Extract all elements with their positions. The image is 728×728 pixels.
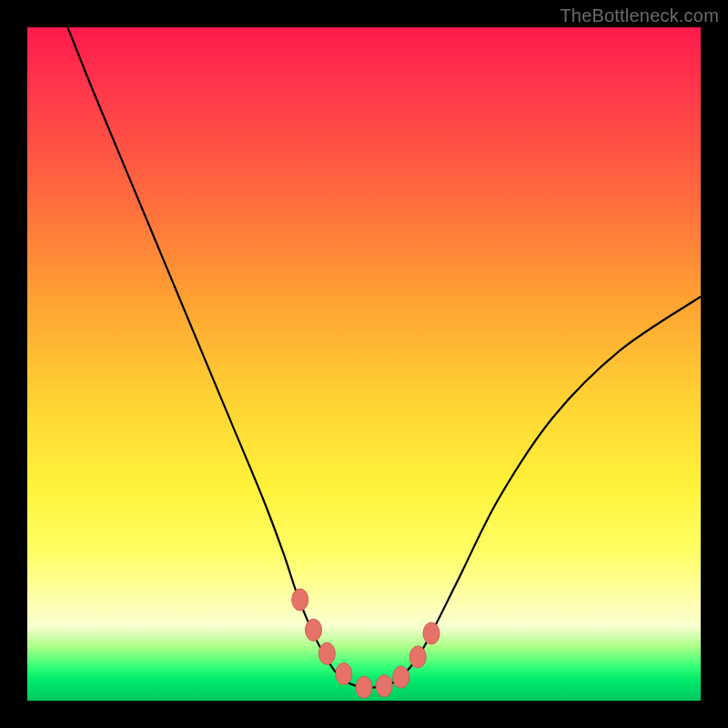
plot-area xyxy=(27,27,701,701)
watermark-text: TheBottleneck.com xyxy=(560,5,719,26)
curve-marker xyxy=(292,589,308,611)
curve-marker xyxy=(318,642,335,664)
curve-marker xyxy=(410,646,426,668)
curve-marker xyxy=(393,666,410,688)
curve-marker xyxy=(356,676,372,698)
chart-frame: TheBottleneck.com xyxy=(0,0,728,728)
curve-svg xyxy=(27,27,701,701)
curve-marker xyxy=(306,619,322,641)
markers-group xyxy=(292,589,440,698)
curve-marker xyxy=(423,622,440,644)
bottleneck-curve-path xyxy=(67,27,701,688)
curve-marker xyxy=(336,662,352,684)
curve-marker xyxy=(376,675,392,697)
